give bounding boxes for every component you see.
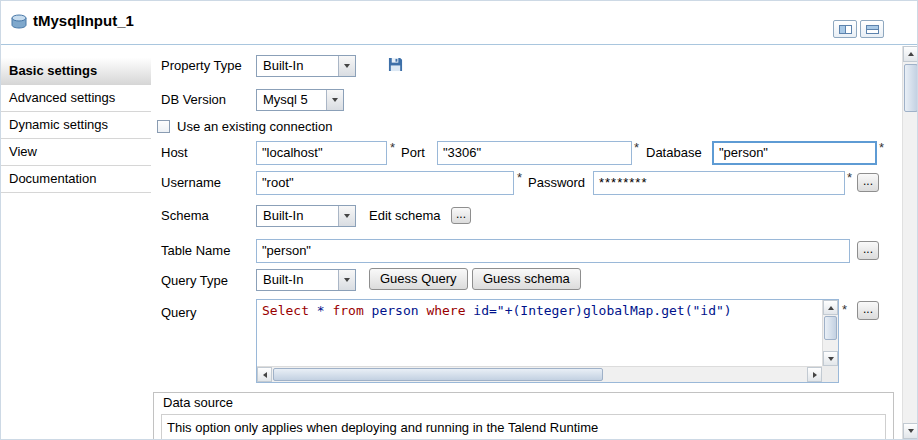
vertical-scroll-thumb[interactable] — [824, 316, 837, 340]
schema-label: Schema — [161, 204, 209, 228]
maximize-panel-button[interactable] — [833, 20, 857, 38]
sidebar-item-dynamic-settings[interactable]: Dynamic settings — [1, 112, 151, 139]
scroll-up-icon[interactable] — [903, 46, 918, 62]
split-view-icon — [839, 25, 852, 34]
property-type-label: Property Type — [161, 54, 242, 78]
password-label: Password — [528, 171, 585, 195]
username-label: Username — [161, 171, 221, 195]
chevron-down-icon — [338, 206, 355, 226]
use-existing-connection-label: Use an existing connection — [177, 115, 332, 139]
settings-sidebar: Basic settings Advanced settings Dynamic… — [1, 46, 151, 439]
sidebar-item-documentation[interactable]: Documentation — [1, 166, 151, 193]
stacked-view-icon — [866, 25, 879, 34]
password-field[interactable]: ******** — [593, 171, 845, 195]
chevron-down-icon — [338, 270, 355, 290]
property-type-combo[interactable]: Built-In — [256, 55, 356, 77]
schema-combo[interactable]: Built-In — [256, 205, 356, 227]
guess-query-button[interactable]: Guess Query — [369, 268, 468, 290]
database-field[interactable]: "person" — [712, 141, 877, 165]
query-type-label: Query Type — [161, 269, 228, 293]
header: tMysqlInput_1 — [1, 1, 917, 45]
scroll-down-icon[interactable] — [903, 423, 918, 439]
scroll-left-icon[interactable] — [257, 367, 272, 382]
query-text[interactable]: Select * from person where id="+(Integer… — [262, 303, 820, 318]
db-version-label: DB Version — [161, 88, 226, 112]
schema-value: Built-In — [263, 206, 303, 226]
chevron-down-icon — [338, 56, 355, 76]
horizontal-scroll-thumb[interactable] — [273, 368, 603, 381]
panel-vertical-scrollbar[interactable] — [902, 46, 918, 439]
sidebar-list: Basic settings Advanced settings Dynamic… — [1, 58, 151, 193]
port-field[interactable]: "3306" — [437, 141, 632, 165]
host-required-marker: * — [390, 139, 400, 157]
save-property-icon[interactable] — [388, 57, 403, 75]
page-title: tMysqlInput_1 — [33, 12, 134, 29]
guess-schema-button[interactable]: Guess schema — [472, 268, 581, 290]
scroll-up-icon[interactable] — [823, 300, 838, 315]
password-ellipsis-button[interactable]: ... — [857, 173, 879, 192]
table-name-label: Table Name — [161, 239, 230, 263]
port-label: Port — [401, 141, 425, 165]
property-type-value: Built-In — [263, 56, 303, 76]
database-required-marker: * — [879, 139, 889, 157]
query-type-combo[interactable]: Built-In — [256, 269, 356, 291]
username-required-marker: * — [517, 169, 527, 187]
use-existing-connection-checkbox[interactable] — [157, 120, 170, 133]
scroll-right-icon[interactable] — [807, 367, 822, 382]
query-vertical-scrollbar[interactable] — [822, 300, 838, 366]
query-horizontal-scrollbar[interactable] — [257, 366, 822, 382]
query-ellipsis-button[interactable]: ... — [857, 301, 879, 320]
sidebar-item-advanced-settings[interactable]: Advanced settings — [1, 85, 151, 112]
database-label: Database — [646, 141, 702, 165]
edit-schema-ellipsis-button[interactable]: ... — [451, 207, 471, 224]
query-required-marker: * — [842, 301, 852, 319]
component-settings-panel: tMysqlInput_1 Basic settings Advanced se… — [0, 0, 918, 440]
database-component-icon — [10, 14, 28, 30]
host-label: Host — [161, 141, 188, 165]
password-required-marker: * — [847, 169, 857, 187]
host-field[interactable]: "localhost" — [256, 141, 387, 165]
data-source-note: This option only applies when deploying … — [161, 414, 886, 440]
query-label: Query — [161, 301, 196, 325]
edit-schema-label: Edit schema — [369, 204, 441, 228]
sidebar-item-view[interactable]: View — [1, 139, 151, 166]
db-version-combo[interactable]: Mysql 5 — [256, 89, 344, 111]
scrollbar-corner — [822, 366, 838, 382]
table-name-field[interactable]: "person" — [256, 239, 850, 263]
query-type-value: Built-In — [263, 270, 303, 290]
chevron-down-icon — [326, 90, 343, 110]
data-source-group: Data source This option only applies whe… — [153, 392, 894, 440]
scroll-down-icon[interactable] — [823, 351, 838, 366]
table-name-ellipsis-button[interactable]: ... — [857, 241, 879, 260]
panel-scroll-thumb[interactable] — [904, 64, 918, 112]
data-source-group-label: Data source — [163, 395, 233, 410]
query-editor[interactable]: Select * from person where id="+(Integer… — [256, 299, 839, 383]
restore-panel-button[interactable] — [860, 20, 884, 38]
db-version-value: Mysql 5 — [263, 90, 308, 110]
port-required-marker: * — [634, 139, 644, 157]
username-field[interactable]: "root" — [256, 171, 514, 195]
sidebar-item-basic-settings[interactable]: Basic settings — [1, 58, 151, 85]
